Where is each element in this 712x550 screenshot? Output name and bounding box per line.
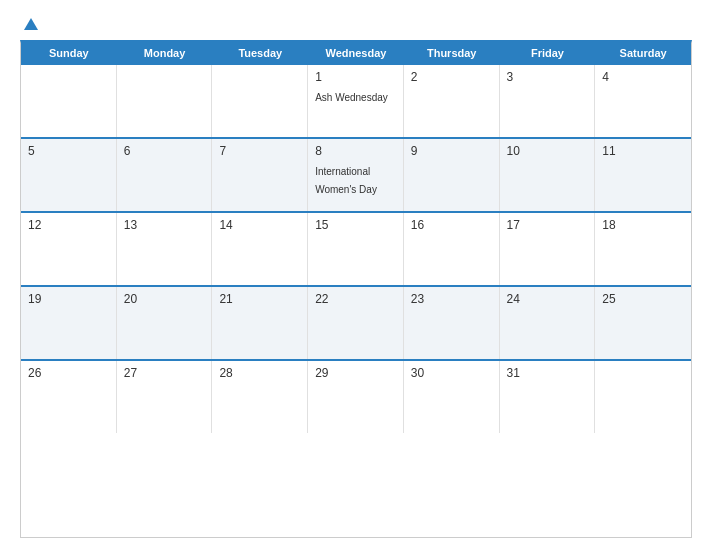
day-number: 10 — [507, 144, 588, 158]
day-header-saturday: Saturday — [595, 43, 691, 63]
calendar-cell: 17 — [500, 213, 596, 285]
page-header — [20, 18, 692, 30]
day-header-friday: Friday — [500, 43, 596, 63]
calendar-week-1: 1Ash Wednesday234 — [21, 63, 691, 137]
day-number: 31 — [507, 366, 588, 380]
calendar-week-4: 19202122232425 — [21, 285, 691, 359]
day-number: 7 — [219, 144, 300, 158]
day-number: 17 — [507, 218, 588, 232]
calendar-grid: SundayMondayTuesdayWednesdayThursdayFrid… — [20, 40, 692, 538]
day-number: 23 — [411, 292, 492, 306]
day-number: 5 — [28, 144, 109, 158]
day-number: 2 — [411, 70, 492, 84]
calendar-cell: 26 — [21, 361, 117, 433]
logo — [20, 18, 38, 30]
calendar-cell — [21, 65, 117, 137]
day-number: 6 — [124, 144, 205, 158]
calendar-cell: 29 — [308, 361, 404, 433]
calendar-header-row: SundayMondayTuesdayWednesdayThursdayFrid… — [21, 43, 691, 63]
logo-blue-text — [20, 18, 38, 30]
day-number: 21 — [219, 292, 300, 306]
calendar-cell: 20 — [117, 287, 213, 359]
day-number: 19 — [28, 292, 109, 306]
day-number: 12 — [28, 218, 109, 232]
day-header-thursday: Thursday — [404, 43, 500, 63]
calendar-cell: 25 — [595, 287, 691, 359]
calendar-cell: 21 — [212, 287, 308, 359]
calendar-cell: 4 — [595, 65, 691, 137]
calendar-cell: 27 — [117, 361, 213, 433]
day-header-wednesday: Wednesday — [308, 43, 404, 63]
day-number: 28 — [219, 366, 300, 380]
day-number: 18 — [602, 218, 684, 232]
day-number: 16 — [411, 218, 492, 232]
calendar-cell: 19 — [21, 287, 117, 359]
day-number: 30 — [411, 366, 492, 380]
calendar-cell: 23 — [404, 287, 500, 359]
day-number: 4 — [602, 70, 684, 84]
calendar-cell: 15 — [308, 213, 404, 285]
calendar-cell: 16 — [404, 213, 500, 285]
calendar-week-2: 5678International Women's Day91011 — [21, 137, 691, 211]
calendar-cell: 30 — [404, 361, 500, 433]
calendar-cell: 28 — [212, 361, 308, 433]
day-number: 27 — [124, 366, 205, 380]
calendar-cell: 22 — [308, 287, 404, 359]
day-number: 1 — [315, 70, 396, 84]
day-number: 11 — [602, 144, 684, 158]
day-number: 13 — [124, 218, 205, 232]
day-event-label: Ash Wednesday — [315, 92, 388, 103]
day-header-monday: Monday — [117, 43, 213, 63]
day-header-sunday: Sunday — [21, 43, 117, 63]
logo-triangle-icon — [24, 18, 38, 30]
calendar-cell: 11 — [595, 139, 691, 211]
calendar-cell: 14 — [212, 213, 308, 285]
day-number: 20 — [124, 292, 205, 306]
calendar-cell: 18 — [595, 213, 691, 285]
calendar-cell — [212, 65, 308, 137]
day-number: 24 — [507, 292, 588, 306]
day-number: 26 — [28, 366, 109, 380]
calendar-cell: 3 — [500, 65, 596, 137]
calendar-cell: 1Ash Wednesday — [308, 65, 404, 137]
day-number: 3 — [507, 70, 588, 84]
day-event-label: International Women's Day — [315, 166, 377, 195]
calendar-body: 1Ash Wednesday2345678International Women… — [21, 63, 691, 433]
day-number: 25 — [602, 292, 684, 306]
calendar-page: SundayMondayTuesdayWednesdayThursdayFrid… — [0, 0, 712, 550]
calendar-cell: 31 — [500, 361, 596, 433]
calendar-cell — [595, 361, 691, 433]
calendar-week-5: 262728293031 — [21, 359, 691, 433]
day-number: 9 — [411, 144, 492, 158]
day-number: 8 — [315, 144, 396, 158]
calendar-cell — [117, 65, 213, 137]
calendar-cell: 7 — [212, 139, 308, 211]
day-number: 14 — [219, 218, 300, 232]
calendar-cell: 8International Women's Day — [308, 139, 404, 211]
calendar-cell: 2 — [404, 65, 500, 137]
calendar-cell: 24 — [500, 287, 596, 359]
day-number: 29 — [315, 366, 396, 380]
calendar-week-3: 12131415161718 — [21, 211, 691, 285]
calendar-cell: 5 — [21, 139, 117, 211]
calendar-cell: 12 — [21, 213, 117, 285]
calendar-cell: 10 — [500, 139, 596, 211]
calendar-cell: 13 — [117, 213, 213, 285]
day-header-tuesday: Tuesday — [212, 43, 308, 63]
calendar-cell: 9 — [404, 139, 500, 211]
day-number: 15 — [315, 218, 396, 232]
day-number: 22 — [315, 292, 396, 306]
calendar-cell: 6 — [117, 139, 213, 211]
